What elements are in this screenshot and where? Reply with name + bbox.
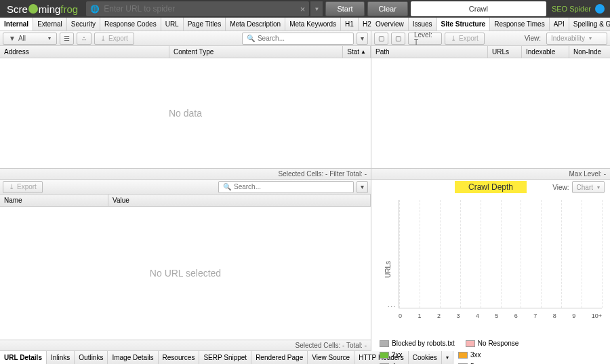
legend-item: 3xx	[458, 351, 526, 359]
chevron-down-icon: ▾	[48, 35, 51, 41]
search-box[interactable]: 🔍	[242, 33, 354, 45]
export-button[interactable]: ⤓ Export	[94, 33, 134, 45]
level-dropdown[interactable]: Level: T	[408, 33, 442, 45]
view-mode-value: Indexability	[551, 35, 585, 42]
detail-export-label: Export	[17, 183, 37, 190]
structure-grid-header: Path URLs Indexable Non-Inde	[371, 46, 610, 58]
structure-view2-button[interactable]: ▢	[391, 33, 405, 45]
col-path[interactable]: Path	[371, 46, 488, 58]
structure-view1-button[interactable]: ▢	[374, 33, 388, 45]
col-urls[interactable]: URLs	[488, 46, 522, 58]
search-icon: 🔍	[223, 183, 231, 190]
col-name[interactable]: Name	[0, 195, 108, 206]
rtab-api[interactable]: API	[550, 18, 569, 31]
rtab-site-structure[interactable]: Site Structure	[437, 18, 491, 31]
legend-label: No Response	[478, 340, 519, 347]
export-icon: ⤓	[451, 35, 456, 42]
structure-grid-footer: Max Level: -	[371, 168, 610, 179]
btab-url-details[interactable]: URL Details	[0, 351, 47, 364]
twitter-icon[interactable]	[595, 4, 605, 14]
gridline	[521, 200, 521, 308]
rtab-issues[interactable]: Issues	[409, 18, 437, 31]
col-content-type[interactable]: Content Type	[169, 46, 343, 58]
tab-internal[interactable]: Internal	[0, 18, 33, 31]
start-button[interactable]: Start	[325, 1, 364, 16]
x-tick: 6	[514, 312, 518, 319]
rtab-overview[interactable]: Overview	[371, 18, 409, 31]
app-logo: Scre ming frog	[0, 3, 85, 15]
view-mode-dropdown[interactable]: Indexability ▾	[546, 33, 607, 45]
col-address[interactable]: Address	[0, 46, 169, 58]
view-label: View:	[525, 35, 541, 42]
rtab-response-times[interactable]: Response Times	[490, 18, 549, 31]
x-tick: 7	[533, 312, 537, 319]
tab-response-codes[interactable]: Response Codes	[100, 18, 161, 31]
mode-display[interactable]: Crawl	[411, 1, 546, 16]
detail-search-box[interactable]: 🔍	[218, 181, 354, 193]
x-tick: 8	[553, 312, 556, 319]
gridline	[440, 200, 441, 308]
gridline	[420, 200, 420, 308]
btab-rendered-page[interactable]: Rendered Page	[251, 351, 308, 364]
filter-icon: ▼	[9, 35, 16, 42]
main-tabstrip: InternalExternalSecurityResponse CodesUR…	[0, 18, 371, 31]
col-status[interactable]: Stat▲	[343, 46, 371, 58]
gridline	[541, 200, 542, 308]
left-pane: ▼ All ▾ ☰ ⛬ ⤓ Export 🔍 ▾ Address	[0, 31, 371, 364]
view-tree-button[interactable]: ⛬	[77, 33, 92, 45]
col-nonindex[interactable]: Non-Inde	[569, 46, 610, 58]
logo-text-pre: Scre	[7, 3, 28, 15]
clear-button[interactable]: Clear	[367, 1, 408, 16]
gridline	[501, 200, 502, 308]
filter-dropdown[interactable]: ▼ All ▾	[3, 33, 57, 45]
rtab-spelling-grammar[interactable]: Spelling & Grammar	[569, 18, 610, 31]
logo-text-mid: ming	[39, 3, 61, 15]
tab-meta-description[interactable]: Meta Description	[226, 18, 285, 31]
tab-external[interactable]: External	[33, 18, 67, 31]
search-options-dropdown[interactable]: ▾	[357, 33, 368, 45]
detail-export-button[interactable]: ⤓ Export	[3, 181, 43, 193]
tab-page-titles[interactable]: Page Titles	[184, 18, 226, 31]
x-tick: 10+	[592, 312, 602, 319]
col-value[interactable]: Value	[108, 195, 371, 206]
detail-grid-body: No URL selected	[0, 207, 371, 340]
chevron-down-icon: ▾	[597, 184, 600, 190]
detail-grid-footer: Selected Cells: - Total: -	[0, 340, 371, 350]
chart-area: URLs ... 012345678910+	[371, 195, 610, 337]
tab-url[interactable]: URL	[161, 18, 184, 31]
btab-inlinks[interactable]: Inlinks	[47, 351, 75, 364]
chart-view-dropdown[interactable]: Chart ▾	[572, 181, 605, 193]
x-tick: 0	[399, 312, 402, 319]
btab-view-source[interactable]: View Source	[308, 351, 354, 364]
clear-url-icon[interactable]: ×	[300, 4, 306, 14]
col-indexable[interactable]: Indexable	[522, 46, 569, 58]
tab-security[interactable]: Security	[67, 18, 100, 31]
gridline	[582, 200, 582, 308]
legend-label: 2xx	[392, 351, 403, 359]
url-history-dropdown[interactable]: ▼	[310, 1, 323, 16]
url-input-wrap[interactable]: 🌐 ×	[86, 1, 309, 16]
legend-label: 3xx	[470, 351, 481, 359]
right-tabstrip: OverviewIssuesSite StructureResponse Tim…	[371, 18, 610, 31]
detail-search-input[interactable]	[234, 183, 349, 190]
btab-image-details[interactable]: Image Details	[108, 351, 158, 364]
frog-icon	[28, 4, 38, 14]
search-input[interactable]	[258, 35, 349, 42]
detail-toolbar: ⤓ Export 🔍 ▾	[0, 180, 371, 195]
main-grid-section: ▼ All ▾ ☰ ⛬ ⤓ Export 🔍 ▾ Address	[0, 31, 371, 179]
detail-search-options[interactable]: ▾	[357, 181, 368, 193]
main-toolbar: ▼ All ▾ ☰ ⛬ ⤓ Export 🔍 ▾	[0, 31, 371, 46]
structure-export-button[interactable]: ⤓ Export	[445, 33, 485, 45]
export-icon: ⤓	[100, 35, 106, 42]
gridline	[460, 200, 461, 308]
tab-meta-keywords[interactable]: Meta Keywords	[285, 18, 341, 31]
logo-text-suf: frog	[60, 3, 78, 15]
legend-item: No Response	[466, 340, 533, 347]
btab-outlinks[interactable]: Outlinks	[75, 351, 108, 364]
view-list-button[interactable]: ☰	[60, 33, 74, 45]
btab-serp-snippet[interactable]: SERP Snippet	[199, 351, 251, 364]
legend-swatch	[380, 340, 389, 347]
tab-h1[interactable]: H1	[341, 18, 359, 31]
btab-resources[interactable]: Resources	[159, 351, 200, 364]
url-input[interactable]	[104, 4, 300, 14]
